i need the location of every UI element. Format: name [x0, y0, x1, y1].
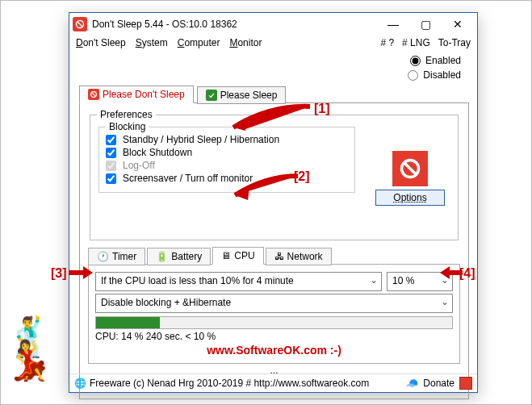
- menu-hash-q[interactable]: # ?: [380, 37, 394, 48]
- cpu-panel: If the CPU load is less than 10% for 4 m…: [88, 264, 460, 364]
- menu-system[interactable]: System: [136, 37, 168, 48]
- radio-enabled[interactable]: Enabled: [410, 55, 461, 66]
- chk-logoff-label: Log-Off: [123, 160, 155, 171]
- statusbar: 🌐 Freeware (c) Nenad Hrg 2010-2019 # htt…: [69, 374, 477, 392]
- chk-standby-input[interactable]: [106, 135, 116, 145]
- menubar: Don't Sleep System Computer Monitor # ? …: [69, 35, 477, 52]
- page-body: Preferences Blocking Standby / Hybrid Sl…: [79, 102, 469, 399]
- radio-enabled-label: Enabled: [425, 55, 461, 66]
- tab-do-label: Please Sleep: [220, 90, 278, 101]
- menu-dont-sleep[interactable]: Don't Sleep: [76, 37, 126, 48]
- check-icon: [206, 90, 217, 101]
- sub-tabs: 🕐 Timer 🔋 Battery 🖥 CPU 🖧 Network: [88, 247, 460, 265]
- menu-computer[interactable]: Computer: [178, 37, 220, 48]
- app-icon: [73, 17, 87, 31]
- app-window: Don't Sleep 5.44 - OS:10.0 18362 — ▢ ✕ D…: [69, 12, 478, 393]
- chk-shutdown-input[interactable]: [106, 148, 116, 158]
- left-decoration: 🕺💃: [5, 326, 53, 373]
- clock-icon: 🕐: [97, 251, 109, 262]
- blocking-group: Blocking Standby / Hybrid Sleep / Hibern…: [98, 127, 355, 193]
- chk-screensaver-label: Screensaver / Turn off monitor: [123, 173, 253, 184]
- prohibit-icon: [88, 89, 99, 100]
- chk-screensaver-input[interactable]: [106, 173, 116, 184]
- annotation-4: [4]: [459, 266, 475, 281]
- subtab-timer-label: Timer: [112, 251, 136, 262]
- chk-logoff-input[interactable]: [106, 161, 116, 171]
- menu-monitor[interactable]: Monitor: [229, 37, 262, 48]
- mode-radios: Enabled Disabled: [69, 52, 477, 81]
- status-text: Freeware (c) Nenad Hrg 2010-2019 # http:…: [90, 378, 369, 389]
- watermark-url: www.SoftwareOK.com :-): [95, 344, 453, 357]
- chk-screensaver[interactable]: Screensaver / Turn off monitor: [106, 173, 348, 184]
- chk-standby-label: Standby / Hybrid Sleep / Hibernation: [123, 134, 279, 145]
- chk-standby[interactable]: Standby / Hybrid Sleep / Hibernation: [106, 134, 348, 145]
- subtab-battery-label: Battery: [171, 251, 202, 262]
- donate-link[interactable]: Donate: [423, 378, 455, 389]
- minimize-button[interactable]: —: [377, 13, 409, 35]
- menu-to-tray[interactable]: To-Tray: [438, 37, 471, 48]
- radio-disabled[interactable]: Disabled: [408, 69, 461, 81]
- options-box: Options: [374, 151, 446, 206]
- blocking-legend: Blocking: [106, 121, 149, 132]
- combo-percent[interactable]: 10 %: [387, 272, 453, 291]
- svg-line-5: [404, 163, 416, 174]
- menu-lng[interactable]: # LNG: [402, 37, 430, 48]
- combo-condition[interactable]: If the CPU load is less than 10% for 4 m…: [95, 272, 382, 291]
- main-tabs: Please Don't Sleep Please Sleep: [79, 86, 469, 103]
- tab-please-dont-sleep[interactable]: Please Don't Sleep: [79, 86, 194, 103]
- svg-line-1: [77, 22, 82, 27]
- battery-icon: 🔋: [156, 251, 168, 262]
- radio-enabled-input[interactable]: [410, 56, 421, 66]
- close-button[interactable]: ✕: [442, 13, 474, 35]
- subtab-cpu-label: CPU: [234, 250, 254, 261]
- cpu-status: CPU: 14 % 240 sec. < 10 %: [95, 331, 453, 342]
- chk-shutdown-label: Block Shutdown: [123, 147, 192, 158]
- globe-icon: 🌐: [74, 378, 86, 389]
- annotation-3: [3]: [51, 266, 67, 281]
- radio-disabled-label: Disabled: [423, 69, 461, 81]
- donate-icon: 🧢: [406, 378, 418, 389]
- svg-line-3: [92, 93, 95, 96]
- chk-logoff[interactable]: Log-Off: [106, 160, 348, 171]
- status-square-icon[interactable]: [459, 377, 472, 390]
- cpu-progress-bar: [96, 317, 160, 328]
- titlebar: Don't Sleep 5.44 - OS:10.0 18362 — ▢ ✕: [69, 13, 477, 35]
- options-button[interactable]: Options: [375, 190, 445, 206]
- subtab-battery[interactable]: 🔋 Battery: [147, 248, 211, 265]
- maximize-button[interactable]: ▢: [409, 13, 442, 35]
- preferences-legend: Preferences: [97, 109, 156, 120]
- radio-disabled-input[interactable]: [408, 70, 418, 81]
- network-icon: 🖧: [274, 251, 284, 262]
- subtab-cpu[interactable]: 🖥 CPU: [212, 247, 263, 265]
- subtab-timer[interactable]: 🕐 Timer: [88, 248, 145, 265]
- cpu-progress: [95, 316, 453, 329]
- window-title: Don't Sleep 5.44 - OS:10.0 18362: [92, 19, 237, 30]
- big-prohibit-icon: [392, 151, 428, 186]
- tab-please-sleep[interactable]: Please Sleep: [197, 86, 287, 104]
- preferences-group: Preferences Blocking Standby / Hybrid Sl…: [90, 115, 459, 240]
- cpu-icon: 🖥: [221, 250, 231, 261]
- subtab-network[interactable]: 🖧 Network: [266, 248, 332, 265]
- subtab-network-label: Network: [287, 251, 323, 262]
- tab-dont-label: Please Don't Sleep: [103, 89, 185, 100]
- combo-action[interactable]: Disable blocking + &Hibernate: [95, 294, 453, 313]
- chk-shutdown[interactable]: Block Shutdown: [106, 147, 348, 158]
